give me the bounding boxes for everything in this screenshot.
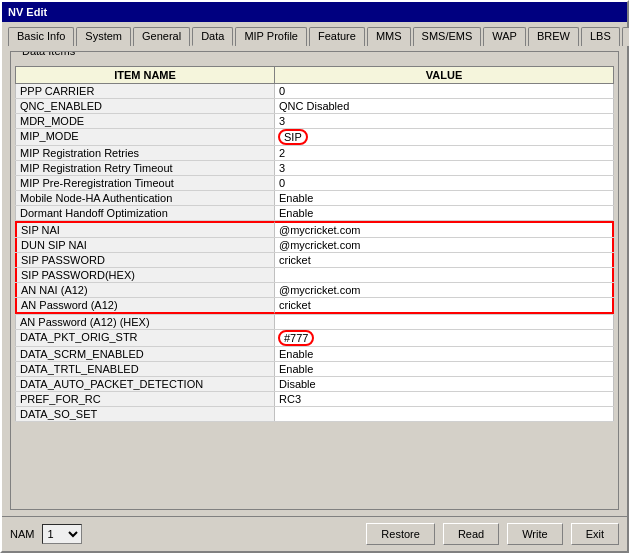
- tab-brew[interactable]: BREW: [528, 27, 579, 46]
- cell-item-name: AN NAI (A12): [15, 283, 275, 297]
- table-row[interactable]: PREF_FOR_RCRC3: [15, 392, 614, 407]
- cell-item-value: @mycricket.com: [275, 221, 614, 237]
- read-button[interactable]: Read: [443, 523, 499, 545]
- main-window: NV Edit Basic InfoSystemGeneralDataMIP P…: [0, 0, 629, 553]
- restore-button[interactable]: Restore: [366, 523, 435, 545]
- cell-item-name: AN Password (A12): [15, 298, 275, 314]
- tab-general[interactable]: General: [133, 27, 190, 46]
- table-row[interactable]: MIP Registration Retry Timeout3: [15, 161, 614, 176]
- cell-item-name: Mobile Node-HA Authentication: [15, 191, 275, 205]
- table-row[interactable]: AN NAI (A12)@mycricket.com: [15, 283, 614, 298]
- cell-item-name: PREF_FOR_RC: [15, 392, 275, 406]
- cell-item-value: #777: [275, 330, 614, 346]
- cell-item-name: AN Password (A12) (HEX): [15, 315, 275, 329]
- title-bar: NV Edit: [2, 2, 627, 22]
- cell-item-name: SIP NAI: [15, 221, 275, 237]
- table-row[interactable]: QNC_ENABLEDQNC Disabled: [15, 99, 614, 114]
- table-row[interactable]: DATA_SO_SET: [15, 407, 614, 422]
- cell-item-name: MDR_MODE: [15, 114, 275, 128]
- table-row[interactable]: DATA_PKT_ORIG_STR#777: [15, 330, 614, 347]
- cell-item-value: 0: [275, 84, 614, 98]
- table-row[interactable]: SIP PASSWORD(HEX): [15, 268, 614, 283]
- nam-label: NAM: [10, 528, 34, 540]
- tab-wap[interactable]: WAP: [483, 27, 526, 46]
- cell-item-value: cricket: [275, 298, 614, 314]
- cell-item-name: QNC_ENABLED: [15, 99, 275, 113]
- table-row[interactable]: DATA_AUTO_PACKET_DETECTIONDisable: [15, 377, 614, 392]
- cell-item-name: SIP PASSWORD(HEX): [15, 268, 275, 282]
- table-row[interactable]: SIP PASSWORDcricket: [15, 253, 614, 268]
- cell-item-value: cricket: [275, 253, 614, 267]
- tab-calibration[interactable]: Calibration: [622, 27, 629, 46]
- cell-item-value: [275, 268, 614, 282]
- cell-item-value: Enable: [275, 362, 614, 376]
- cell-item-value: [275, 407, 614, 421]
- cell-item-value: QNC Disabled: [275, 99, 614, 113]
- cell-item-value: [275, 315, 614, 329]
- cell-item-value: Enable: [275, 347, 614, 361]
- cell-item-name: MIP_MODE: [15, 129, 275, 145]
- tab-bar: Basic InfoSystemGeneralDataMIP ProfileFe…: [2, 22, 627, 45]
- table-row[interactable]: MIP Registration Retries2: [15, 146, 614, 161]
- column-value-header: VALUE: [275, 66, 614, 84]
- cell-item-value: @mycricket.com: [275, 283, 614, 297]
- table-row[interactable]: SIP NAI@mycricket.com: [15, 221, 614, 238]
- cell-item-name: MIP Pre-Reregistration Timeout: [15, 176, 275, 190]
- cell-item-name: DATA_SO_SET: [15, 407, 275, 421]
- cell-item-name: DATA_AUTO_PACKET_DETECTION: [15, 377, 275, 391]
- tab-lbs[interactable]: LBS: [581, 27, 620, 46]
- cell-item-value: 3: [275, 161, 614, 175]
- cell-item-name: MIP Registration Retries: [15, 146, 275, 160]
- cell-item-name: DATA_PKT_ORIG_STR: [15, 330, 275, 346]
- cell-item-value: 2: [275, 146, 614, 160]
- cell-item-value: Disable: [275, 377, 614, 391]
- tab-system[interactable]: System: [76, 27, 131, 46]
- table-row[interactable]: DATA_SCRM_ENABLEDEnable: [15, 347, 614, 362]
- table-row[interactable]: AN Password (A12)cricket: [15, 298, 614, 315]
- cell-item-value: 3: [275, 114, 614, 128]
- tab-mms[interactable]: MMS: [367, 27, 411, 46]
- tab-basic-info[interactable]: Basic Info: [8, 27, 74, 46]
- exit-button[interactable]: Exit: [571, 523, 619, 545]
- table-row[interactable]: MDR_MODE3: [15, 114, 614, 129]
- tab-data[interactable]: Data: [192, 27, 233, 46]
- table-row[interactable]: Mobile Node-HA AuthenticationEnable: [15, 191, 614, 206]
- tab-mip-profile[interactable]: MIP Profile: [235, 27, 307, 46]
- tab-sms/ems[interactable]: SMS/EMS: [413, 27, 482, 46]
- cell-item-value: RC3: [275, 392, 614, 406]
- tab-feature[interactable]: Feature: [309, 27, 365, 46]
- table-row[interactable]: AN Password (A12) (HEX): [15, 315, 614, 330]
- cell-item-name: MIP Registration Retry Timeout: [15, 161, 275, 175]
- cell-item-name: Dormant Handoff Optimization: [15, 206, 275, 220]
- cell-item-value: Enable: [275, 191, 614, 205]
- write-button[interactable]: Write: [507, 523, 562, 545]
- bottom-bar: NAM 1 2 Restore Read Write Exit: [2, 516, 627, 551]
- cell-item-value: 0: [275, 176, 614, 190]
- table-container: ITEM NAME VALUE PPP CARRIER0QNC_ENABLEDQ…: [11, 62, 618, 509]
- table-row[interactable]: MIP Pre-Reregistration Timeout0: [15, 176, 614, 191]
- cell-item-name: PPP CARRIER: [15, 84, 275, 98]
- group-label: Data Items: [19, 51, 78, 57]
- table-row[interactable]: Dormant Handoff OptimizationEnable: [15, 206, 614, 221]
- table-row[interactable]: PPP CARRIER0: [15, 84, 614, 99]
- data-items-group: Data Items ITEM NAME VALUE PPP CARRIER0Q…: [10, 51, 619, 510]
- table-row[interactable]: DATA_TRTL_ENABLEDEnable: [15, 362, 614, 377]
- cell-item-value: @mycricket.com: [275, 238, 614, 252]
- cell-item-name: DATA_TRTL_ENABLED: [15, 362, 275, 376]
- table-header: ITEM NAME VALUE: [15, 66, 614, 84]
- content-area: Data Items ITEM NAME VALUE PPP CARRIER0Q…: [2, 45, 627, 516]
- nam-select[interactable]: 1 2: [42, 524, 82, 544]
- cell-item-value: Enable: [275, 206, 614, 220]
- cell-item-name: DATA_SCRM_ENABLED: [15, 347, 275, 361]
- table-scroll[interactable]: PPP CARRIER0QNC_ENABLEDQNC DisabledMDR_M…: [15, 84, 614, 505]
- cell-item-name: DUN SIP NAI: [15, 238, 275, 252]
- table-row[interactable]: MIP_MODESIP: [15, 129, 614, 146]
- table-row[interactable]: DUN SIP NAI@mycricket.com: [15, 238, 614, 253]
- column-name-header: ITEM NAME: [15, 66, 275, 84]
- window-title: NV Edit: [8, 6, 47, 18]
- cell-item-value: SIP: [275, 129, 614, 145]
- cell-item-name: SIP PASSWORD: [15, 253, 275, 267]
